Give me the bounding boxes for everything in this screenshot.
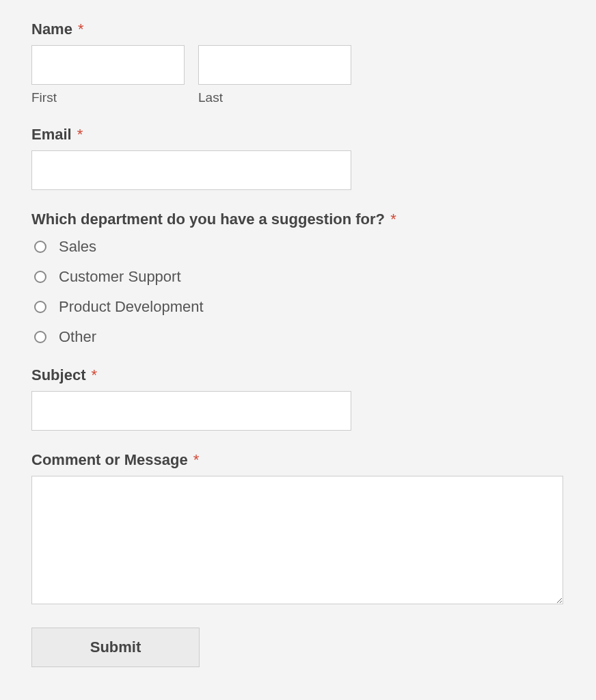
message-required-indicator: * bbox=[193, 451, 200, 468]
email-field-group: Email * bbox=[31, 126, 565, 190]
first-name-column: First bbox=[31, 45, 185, 105]
message-label: Comment or Message * bbox=[31, 451, 565, 469]
name-label-text: Name bbox=[31, 21, 72, 38]
radio-input-product-development[interactable] bbox=[34, 301, 46, 313]
name-required-indicator: * bbox=[78, 21, 84, 38]
name-field-group: Name * First Last bbox=[31, 21, 565, 105]
radio-label-sales[interactable]: Sales bbox=[59, 238, 96, 256]
first-name-input[interactable] bbox=[31, 45, 185, 85]
radio-input-customer-support[interactable] bbox=[34, 271, 46, 283]
email-label-text: Email bbox=[31, 126, 72, 143]
subject-required-indicator: * bbox=[92, 366, 98, 383]
subject-field-group: Subject * bbox=[31, 366, 565, 431]
radio-option-customer-support: Customer Support bbox=[31, 268, 565, 286]
last-name-column: Last bbox=[198, 45, 351, 105]
name-inputs-row: First Last bbox=[31, 45, 565, 105]
radio-option-other: Other bbox=[31, 328, 565, 346]
department-required-indicator: * bbox=[390, 211, 396, 228]
radio-label-customer-support[interactable]: Customer Support bbox=[59, 268, 181, 286]
last-name-input[interactable] bbox=[198, 45, 351, 85]
submit-button[interactable]: Submit bbox=[31, 628, 200, 667]
suggestion-form: Name * First Last Email * Which departme… bbox=[31, 21, 565, 667]
last-name-sublabel: Last bbox=[198, 90, 351, 105]
first-name-sublabel: First bbox=[31, 90, 185, 105]
radio-label-product-development[interactable]: Product Development bbox=[59, 298, 204, 316]
radio-input-sales[interactable] bbox=[34, 241, 46, 253]
subject-label: Subject * bbox=[31, 366, 565, 384]
department-radio-group: Sales Customer Support Product Developme… bbox=[31, 238, 565, 346]
department-field-group: Which department do you have a suggestio… bbox=[31, 211, 565, 346]
message-field-group: Comment or Message * bbox=[31, 451, 565, 607]
message-textarea[interactable] bbox=[31, 476, 563, 604]
radio-input-other[interactable] bbox=[34, 331, 46, 343]
subject-input[interactable] bbox=[31, 391, 351, 431]
email-required-indicator: * bbox=[77, 126, 83, 143]
email-label: Email * bbox=[31, 126, 565, 144]
radio-label-other[interactable]: Other bbox=[59, 328, 96, 346]
radio-option-product-development: Product Development bbox=[31, 298, 565, 316]
message-label-text: Comment or Message bbox=[31, 451, 188, 468]
email-input[interactable] bbox=[31, 150, 351, 190]
name-label: Name * bbox=[31, 21, 565, 38]
department-label-text: Which department do you have a suggestio… bbox=[31, 211, 385, 228]
department-label: Which department do you have a suggestio… bbox=[31, 211, 565, 228]
radio-option-sales: Sales bbox=[31, 238, 565, 256]
subject-label-text: Subject bbox=[31, 366, 85, 383]
